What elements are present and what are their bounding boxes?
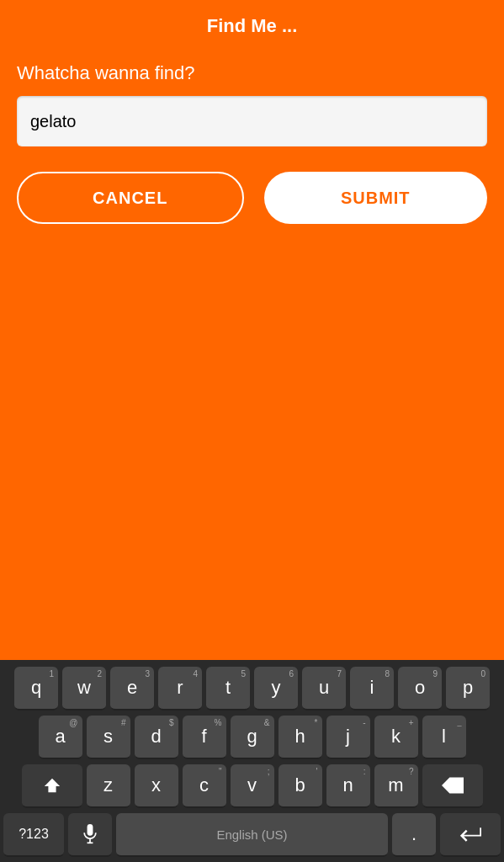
keyboard-row-2: @a #s $d %f &g *h -j +k _l xyxy=(3,716,501,759)
key-l[interactable]: _l xyxy=(422,716,466,759)
key-c[interactable]: "c xyxy=(183,764,226,808)
key-k[interactable]: +k xyxy=(374,716,418,759)
submit-button[interactable]: SUBMIT xyxy=(264,172,488,224)
key-r[interactable]: 4r xyxy=(158,667,202,710)
key-j[interactable]: -j xyxy=(326,716,370,759)
key-i[interactable]: 8i xyxy=(350,667,394,710)
key-v[interactable]: ;v xyxy=(231,764,274,808)
cancel-button[interactable]: CANCEL xyxy=(17,172,244,224)
svg-rect-0 xyxy=(88,824,93,836)
app-area: Find Me ... Whatcha wanna find? CANCEL S… xyxy=(0,0,504,241)
app-title: Find Me ... xyxy=(17,0,487,62)
key-y[interactable]: 6y xyxy=(254,667,298,710)
key-s[interactable]: #s xyxy=(87,716,130,759)
space-key[interactable]: English (US) xyxy=(116,813,388,857)
keyboard: 1q 2w 3e 4r 5t 6y 7u 8i 9o 0p @a #s $d %… xyxy=(0,660,504,862)
button-row: CANCEL SUBMIT xyxy=(17,172,487,224)
period-key[interactable]: . xyxy=(392,813,436,857)
prompt-label: Whatcha wanna find? xyxy=(17,62,487,84)
key-g[interactable]: &g xyxy=(231,716,274,759)
key-t[interactable]: 5t xyxy=(206,667,250,710)
keyboard-row-4: ?123 English (US) . xyxy=(3,813,501,857)
key-h[interactable]: *h xyxy=(279,716,322,759)
key-x[interactable]: x xyxy=(135,764,178,808)
key-d[interactable]: $d xyxy=(135,716,178,759)
key-p[interactable]: 0p xyxy=(446,667,490,710)
content-spacer xyxy=(0,241,504,660)
key-e[interactable]: 3e xyxy=(110,667,154,710)
key-o[interactable]: 9o xyxy=(398,667,442,710)
enter-key[interactable] xyxy=(440,813,501,857)
keyboard-row-3: z x "c ;v 'b :n ?m xyxy=(3,764,501,808)
key-a[interactable]: @a xyxy=(39,716,82,759)
backspace-key[interactable] xyxy=(422,764,483,808)
key-z[interactable]: z xyxy=(87,764,130,808)
key-b[interactable]: 'b xyxy=(279,764,322,808)
key-m[interactable]: ?m xyxy=(374,764,418,808)
search-input[interactable] xyxy=(17,96,487,146)
key-w[interactable]: 2w xyxy=(62,667,106,710)
keyboard-row-1: 1q 2w 3e 4r 5t 6y 7u 8i 9o 0p xyxy=(3,667,501,710)
key-u[interactable]: 7u xyxy=(302,667,346,710)
microphone-key[interactable] xyxy=(68,813,112,857)
shift-key[interactable] xyxy=(22,764,82,808)
key-n[interactable]: :n xyxy=(326,764,370,808)
num-switch-key[interactable]: ?123 xyxy=(3,813,64,857)
key-q[interactable]: 1q xyxy=(14,667,58,710)
key-f[interactable]: %f xyxy=(183,716,226,759)
